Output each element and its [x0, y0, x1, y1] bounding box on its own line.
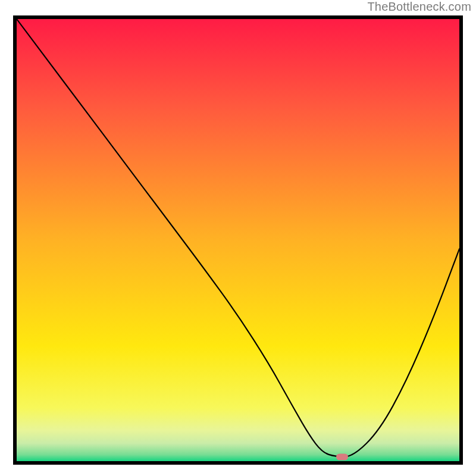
- chart-frame: [13, 15, 463, 465]
- chart-plot-area: [17, 19, 459, 461]
- bottleneck-curve: [17, 19, 459, 461]
- attribution-text: TheBottleneck.com: [367, 0, 471, 14]
- optimum-marker: [336, 453, 348, 460]
